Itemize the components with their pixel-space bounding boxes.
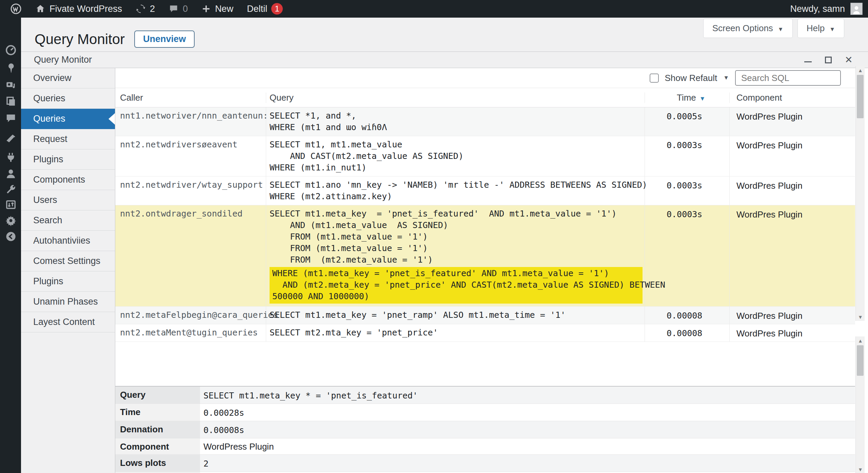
screen-options-label: Screen Options <box>712 23 773 34</box>
scroll-up-icon[interactable] <box>856 66 865 74</box>
menu-item-label: Plugins <box>33 154 63 165</box>
qm-menu-item-plugins[interactable]: Plugins <box>21 271 115 292</box>
qm-menu-item-unamin-phases[interactable]: Unamin Phases <box>21 292 115 312</box>
sql-line: WHERE (mt2.attinamz.key) <box>270 191 645 202</box>
qm-menu-item-autohantiviies[interactable]: Autohantiviies <box>21 231 115 251</box>
qm-menu-item-search[interactable]: Search <box>21 210 115 231</box>
sql-line: AND (mt2.meta_key = 'pnet_price' AND CAS… <box>272 279 640 291</box>
detail-value: WordPress Plugin <box>200 438 277 454</box>
scroll-down-icon[interactable] <box>856 313 865 321</box>
component-cell: WordPres Plugin <box>730 205 855 306</box>
qm-menu-item-overview[interactable]: Overview <box>21 68 115 88</box>
chevron-down-icon[interactable] <box>723 75 729 81</box>
new-menu[interactable]: New <box>195 0 240 18</box>
sql-line: SELECT mt1.meta_key = 'pnet_ramp' ALSO m… <box>270 309 645 321</box>
qm-menu-item-plugins[interactable]: Plugins <box>21 149 115 170</box>
scroll-down-icon[interactable] <box>856 465 865 473</box>
time-cell: 0.0003s <box>645 177 730 205</box>
account-menu[interactable]: Newdy, samn <box>790 0 868 18</box>
minimize-icon[interactable] <box>803 55 813 65</box>
query-table-row[interactable]: nnt2.netwdriversøeaventSELECT mt1, mt1.m… <box>115 136 855 177</box>
column-header-query[interactable]: Query <box>266 92 645 103</box>
scrollbar-thumb[interactable] <box>857 345 864 376</box>
qm-menu-item-users[interactable]: Users <box>21 190 115 210</box>
detail-row-lows-plots: Lows plots2 <box>115 455 855 472</box>
sql-line: WHERE (mt1.in_nut1) <box>270 162 645 173</box>
maximize-icon[interactable] <box>823 55 833 65</box>
profile-menu[interactable]: Deltil 1 <box>240 0 290 18</box>
qm-menu-item-request[interactable]: Request <box>21 129 115 149</box>
qm-menu-item-queries[interactable]: Queries <box>21 88 115 109</box>
detail-value: 0.00008s <box>200 421 248 438</box>
caller-text: nnt2.metaMent@tugin_queries <box>120 328 258 337</box>
detail-label: Query <box>115 387 200 404</box>
sql-line: FROM (mt1.meta_value = '1') <box>270 231 645 243</box>
media-icon[interactable] <box>5 79 17 91</box>
help-button[interactable]: Help <box>797 19 844 38</box>
menu-item-label: Queries <box>33 114 65 124</box>
screen-options-button[interactable]: Screen Options <box>703 19 793 38</box>
menu-item-label: Users <box>33 195 57 205</box>
notification-badge: 1 <box>271 3 283 15</box>
query-cell: SELECT mt1.meta_key = 'pnet_ramp' ALSO m… <box>266 307 645 324</box>
sql-line: AND CAST(mt2.meta_value AS SIGNED) <box>270 150 645 162</box>
qm-menu-item-comest-settings[interactable]: Comest Settings <box>21 251 115 271</box>
query-table-row[interactable]: nnt2.metaMent@tugin_queriesSELECT mt2.mt… <box>115 324 855 342</box>
comments-count: 0 <box>183 4 188 14</box>
sql-line: SELECT mt1.ano 'mn_key -> 'NAMEB) 'mr ti… <box>270 179 645 191</box>
profile-label: Deltil <box>247 4 267 14</box>
plugins-icon[interactable] <box>5 151 17 163</box>
scrollbar-thumb[interactable] <box>857 75 864 118</box>
sql-line: SELECT mt1, mt1.meta_value <box>270 139 645 150</box>
caller-cell: nnt2.netwdriversøeavent <box>115 136 266 176</box>
comments-icon[interactable] <box>5 112 17 124</box>
query-table-row[interactable]: nnt2.ontwdrager_sondiledSELECT mt1.meta_… <box>115 205 855 307</box>
search-sql-input[interactable] <box>735 70 841 86</box>
show-refault-checkbox[interactable] <box>650 74 659 83</box>
pin-icon[interactable] <box>5 62 17 74</box>
caller-text: nnt2.netwdriver/wtay_support <box>120 180 263 190</box>
caller-cell: nnt1.networiver/nnn_eantenun: <box>115 107 266 136</box>
query-table-row[interactable]: nnt1.networiver/nnn_eantenun:SELECT *1, … <box>115 107 855 136</box>
qm-menu-item-components[interactable]: Components <box>21 170 115 190</box>
table-body: nnt1.networiver/nnn_eantenun:SELECT *1, … <box>115 107 855 342</box>
appearance-icon[interactable] <box>5 132 17 145</box>
caller-text: nnt1.networiver/nnn_eantenun: <box>120 111 268 121</box>
filter-label: Show Refault <box>665 73 717 83</box>
column-header-caller[interactable]: Caller <box>115 92 266 103</box>
sql-line: FROM (mt1.meta_value = '1') <box>270 243 645 254</box>
query-table-row[interactable]: nnt2.metaFelpbegin@cara_queriesSELECT mt… <box>115 307 855 324</box>
sql-line: FROM (mt2.meta_value = '1') <box>270 254 645 266</box>
qm-menu-item-layest-content[interactable]: Layest Content <box>21 312 115 332</box>
site-menu[interactable]: Fivate WordPress <box>28 0 129 18</box>
component-cell: WordPres Plugin <box>730 177 855 205</box>
dashboard-icon[interactable] <box>5 44 17 56</box>
gear-icon[interactable] <box>5 214 17 227</box>
table-scrollbar[interactable] <box>855 66 865 321</box>
query-cell: SELECT mt1, mt1.meta_value AND CAST(mt2.… <box>266 136 645 176</box>
tools-icon[interactable] <box>5 183 17 196</box>
levels-icon[interactable] <box>5 199 17 211</box>
column-header-time[interactable]: Time <box>645 92 730 103</box>
home-icon <box>35 4 45 14</box>
close-icon[interactable] <box>844 55 854 65</box>
caller-cell: nnt2.netwdriver/wtay_support <box>115 177 266 205</box>
qm-content: Show Refault Caller Query Time Component… <box>115 68 868 473</box>
query-monitor-panel: Query Monitor OverviewQueriesQueriesRequ… <box>21 52 868 473</box>
pages-icon[interactable] <box>5 95 17 107</box>
details-scrollbar[interactable] <box>855 336 865 473</box>
query-table-row[interactable]: nnt2.netwdriver/wtay_supportSELECT mt1.a… <box>115 177 855 205</box>
scroll-up-icon[interactable] <box>856 336 865 345</box>
collapse-icon[interactable] <box>5 230 17 243</box>
component-value: WordPres Plugin <box>736 328 803 338</box>
detail-label: Time <box>115 404 200 421</box>
updates-menu[interactable]: 2 <box>129 0 162 18</box>
users-icon[interactable] <box>5 168 17 180</box>
unenview-button[interactable]: Unenview <box>134 30 195 48</box>
menu-item-label: Layest Content <box>33 317 95 327</box>
comments-menu[interactable]: 0 <box>162 0 195 18</box>
caller-cell: nnt2.metaFelpbegin@cara_queries <box>115 307 266 324</box>
column-header-component[interactable]: Component <box>730 92 855 103</box>
qm-menu-item-queries[interactable]: Queries <box>21 109 115 129</box>
wordpress-logo-icon[interactable] <box>3 0 28 18</box>
